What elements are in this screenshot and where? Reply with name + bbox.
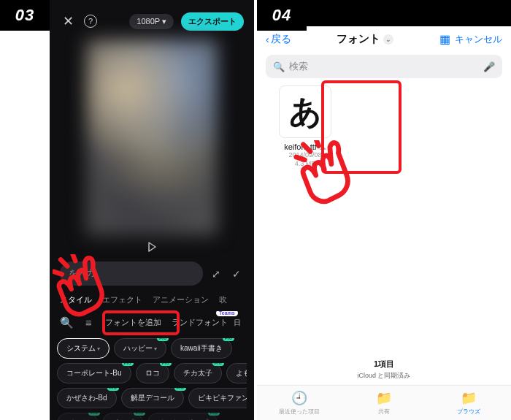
font-chip[interactable]: システム▾: [57, 338, 110, 359]
folder-shared-icon: 📁: [376, 390, 392, 406]
cancel-button[interactable]: キャンセル: [455, 33, 502, 46]
font-chip[interactable]: ピキピキファンPro: [188, 388, 247, 408]
nav-title[interactable]: フォント⌄: [337, 32, 393, 46]
folder-icon: 📁: [461, 390, 477, 406]
search-input[interactable]: 🔍 検索 🎤: [266, 55, 502, 78]
font-chips: システム▾ ハッピー▾Pro kawaii手書きPro コーポレート-BuPro…: [50, 337, 254, 420]
clock-icon: 🕘: [291, 390, 307, 406]
step-badge-04: 04: [257, 0, 307, 31]
mic-icon[interactable]: 🎤: [483, 61, 495, 72]
font-chip[interactable]: ロコPro: [136, 363, 169, 383]
export-button[interactable]: エクスポート: [181, 12, 244, 31]
close-icon[interactable]: ✕: [60, 10, 77, 32]
font-chip[interactable]: チカ太子Pro: [174, 363, 222, 383]
annotation-pointer-icon: [53, 254, 120, 321]
tab-bubble[interactable]: 吹: [219, 294, 227, 305]
step-badge-03: 03: [0, 0, 50, 31]
teams-badge: Teams: [216, 311, 238, 316]
font-chip[interactable]: よもぎ: [226, 363, 247, 383]
font-chip[interactable]: kawaii手書きPro: [171, 338, 232, 359]
font-chip[interactable]: ポップPro: [102, 413, 143, 420]
resolution-pill[interactable]: 1080P ▾: [129, 14, 174, 29]
font-chip[interactable]: ぴょんPro: [57, 413, 98, 420]
brand-font-button[interactable]: ランドフォント Teams: [172, 317, 228, 328]
tab-animation[interactable]: アニメーション: [153, 294, 209, 305]
status-bar: [307, 0, 511, 26]
font-chip[interactable]: 解星デコールPro: [121, 388, 184, 408]
tab-bar: 🕘最近使った項目 📁共有 📁ブラウズ: [257, 385, 511, 420]
font-chip[interactable]: かぜさわ-BdPro: [57, 388, 117, 408]
tab-recents[interactable]: 🕘最近使った項目: [257, 386, 342, 420]
search-icon: 🔍: [273, 61, 285, 72]
annotation-pointer-icon: [293, 140, 364, 210]
video-preview: [86, 39, 218, 235]
tab-shared[interactable]: 📁共有: [342, 386, 426, 420]
footer-info: 1項目 iCloud と同期済み: [257, 359, 511, 381]
font-chip[interactable]: コーポレート-BuPro: [57, 363, 131, 383]
editor-screen: ✕ ? 1080P ▾ エクスポート を入力 ⤢ ✓ スタイル エフェクト アニ…: [50, 0, 254, 420]
tab-browse[interactable]: 📁ブラウズ: [426, 386, 511, 420]
grid-view-icon[interactable]: ▦: [439, 32, 450, 46]
font-chip[interactable]: ドッキーポップPro: [147, 413, 218, 420]
play-button[interactable]: [50, 235, 254, 256]
back-button[interactable]: ‹ 戻る: [266, 33, 291, 46]
help-icon[interactable]: ?: [84, 15, 97, 28]
font-chip[interactable]: ハッピー▾Pro: [114, 338, 166, 359]
expand-icon[interactable]: ⤢: [209, 265, 223, 283]
chevron-down-icon: ⌄: [383, 34, 393, 45]
confirm-icon[interactable]: ✓: [229, 265, 244, 283]
